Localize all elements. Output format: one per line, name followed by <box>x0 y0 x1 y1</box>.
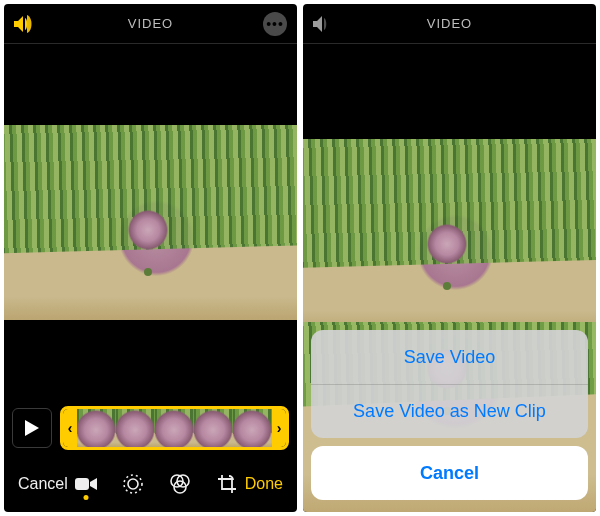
done-button[interactable]: Done <box>245 475 283 493</box>
save-video-button[interactable]: Save Video <box>311 330 588 384</box>
video-preview-area[interactable] <box>4 44 297 400</box>
top-bar: VIDEO ••• <box>4 4 297 44</box>
tool-icons <box>75 474 237 494</box>
trim-end-handle[interactable]: › <box>272 409 286 447</box>
svg-point-1 <box>128 479 138 489</box>
action-sheet: Save Video Save Video as New Clip Cancel <box>303 322 596 512</box>
screen-title: VIDEO <box>4 16 297 31</box>
video-tool-icon[interactable] <box>75 476 97 492</box>
screen-title: VIDEO <box>303 16 596 31</box>
svg-rect-0 <box>75 478 89 490</box>
timeline-frames <box>77 409 272 447</box>
ellipsis-icon: ••• <box>266 17 284 31</box>
video-frame-content <box>303 139 596 334</box>
phone-editing: VIDEO ••• ‹ › Cancel <box>4 4 297 512</box>
crop-tool-icon[interactable] <box>217 474 237 494</box>
timeline-row: ‹ › <box>4 400 297 456</box>
action-sheet-cancel-button[interactable]: Cancel <box>311 446 588 500</box>
more-button[interactable]: ••• <box>263 12 287 36</box>
svg-point-2 <box>124 475 142 493</box>
adjust-tool-icon[interactable] <box>123 474 143 494</box>
action-sheet-options: Save Video Save Video as New Clip <box>311 330 588 438</box>
video-preview <box>303 139 596 334</box>
top-bar: VIDEO <box>303 4 596 44</box>
filters-tool-icon[interactable] <box>169 474 191 494</box>
trim-start-handle[interactable]: ‹ <box>63 409 77 447</box>
trim-timeline[interactable]: ‹ › <box>60 406 289 450</box>
volume-icon[interactable] <box>14 15 36 33</box>
phone-save-sheet: VIDEO Save Video Save Video as New Clip … <box>303 4 596 512</box>
video-frame-content <box>4 125 297 320</box>
save-as-new-clip-button[interactable]: Save Video as New Clip <box>311 384 588 438</box>
video-preview <box>4 125 297 320</box>
bottom-toolbar: Cancel Done <box>4 456 297 512</box>
active-tool-dot <box>84 495 89 500</box>
play-button[interactable] <box>12 408 52 448</box>
cancel-button[interactable]: Cancel <box>18 475 68 493</box>
volume-icon[interactable] <box>313 15 335 33</box>
